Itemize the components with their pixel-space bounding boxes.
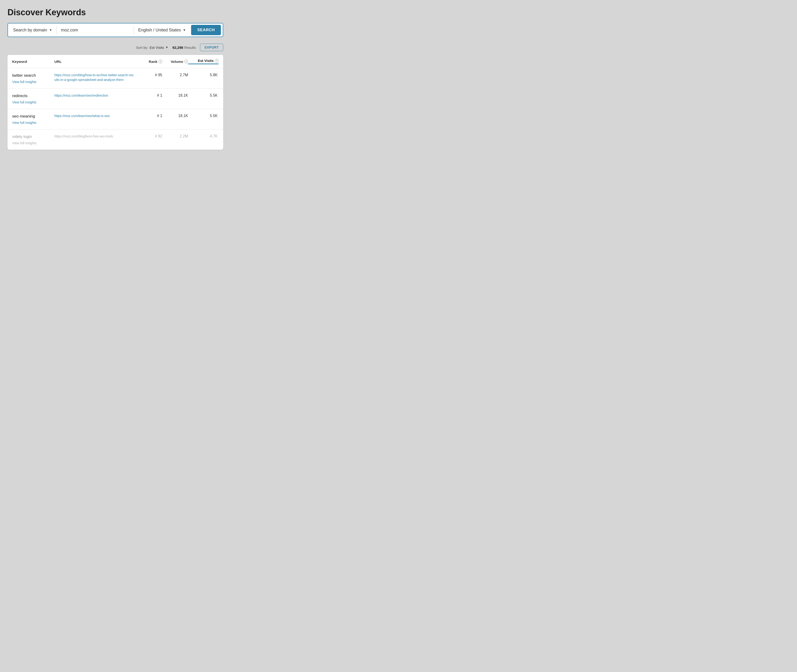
locale-chevron-icon: ▼ [183, 28, 186, 32]
search-divider [56, 26, 57, 34]
volume-cell: 18.1K [162, 93, 188, 98]
keyword-text: videly login [12, 134, 54, 139]
view-insights-link[interactable]: View full insights [12, 80, 54, 84]
table-row: twitter search View full insights https:… [8, 68, 223, 89]
table-header: Keyword URL Rank i Volume i Est Visits i [8, 55, 223, 68]
toolbar: Sort by: Est Visits ▼ 92,298 Results EXP… [8, 44, 223, 51]
search-button[interactable]: SEARCH [191, 25, 221, 35]
search-bar: Search by domain ▼ English / United Stat… [8, 23, 223, 37]
sort-value: Est Visits [150, 45, 164, 50]
sort-label: Sort by: [136, 45, 148, 50]
keyword-cell: videly login View full insights [12, 134, 54, 145]
locale-label: English / United States [138, 28, 181, 33]
table-row: seo meaning View full insights https://m… [8, 109, 223, 130]
results-label: Results [184, 45, 196, 50]
visits-cell: 5.5K [188, 114, 219, 118]
search-input[interactable] [57, 25, 133, 35]
keyword-cell: seo meaning View full insights [12, 114, 54, 125]
rank-cell: # 1 [136, 114, 162, 118]
results-number: 92,298 [172, 45, 183, 50]
rank-cell: # 95 [136, 73, 162, 77]
export-button[interactable]: EXPORT [200, 44, 223, 51]
keyword-text: seo meaning [12, 114, 54, 119]
est-visits-info-icon: i [215, 59, 219, 62]
sort-by-control[interactable]: Sort by: Est Visits ▼ [136, 45, 168, 50]
rank-cell: # 1 [136, 93, 162, 98]
visits-cell: 5.5K [188, 93, 219, 98]
view-insights-link[interactable]: View full insights [12, 121, 54, 125]
url-cell: https://moz.com/blog/best-free-seo-tools [54, 134, 136, 139]
col-volume: Volume i [162, 59, 188, 64]
locale-divider [134, 26, 134, 34]
visits-cell: 5.8K [188, 73, 219, 77]
view-insights-link[interactable]: View full insights [12, 101, 54, 104]
rank-info-icon: i [158, 59, 162, 63]
visits-cell: 4.7K [188, 134, 219, 138]
col-keyword: Keyword [12, 59, 54, 64]
volume-cell: 2.7M [162, 73, 188, 77]
sort-chevron-icon: ▼ [165, 46, 168, 49]
results-count: 92,298 Results [172, 45, 196, 50]
keyword-cell: twitter search View full insights [12, 73, 54, 84]
url-cell[interactable]: https://moz.com/blog/how-to-archive-twit… [54, 73, 136, 82]
locale-dropdown[interactable]: English / United States ▼ [135, 25, 189, 35]
rank-cell: # 82 [136, 134, 162, 138]
view-insights-link: View full insights [12, 141, 54, 145]
table-row: videly login View full insights https://… [8, 130, 223, 150]
col-est-visits: Est Visits i [188, 59, 219, 64]
url-cell[interactable]: https://moz.com/learn/seo/redirection [54, 93, 136, 98]
table-row: redirects View full insights https://moz… [8, 89, 223, 109]
page-title: Discover Keywords [8, 8, 789, 18]
search-type-dropdown[interactable]: Search by domain ▼ [10, 25, 56, 35]
search-type-chevron-icon: ▼ [49, 28, 52, 32]
col-rank: Rank i [136, 59, 162, 64]
col-url: URL [54, 59, 136, 64]
volume-info-icon: i [184, 59, 188, 63]
keyword-text: twitter search [12, 73, 54, 78]
volume-cell: 2.2M [162, 134, 188, 138]
search-type-label: Search by domain [13, 28, 47, 33]
keyword-text: redirects [12, 93, 54, 99]
volume-cell: 18.1K [162, 114, 188, 118]
url-cell[interactable]: https://moz.com/learn/seo/what-is-seo [54, 114, 136, 118]
results-table: Keyword URL Rank i Volume i Est Visits i… [8, 55, 223, 150]
keyword-cell: redirects View full insights [12, 93, 54, 104]
